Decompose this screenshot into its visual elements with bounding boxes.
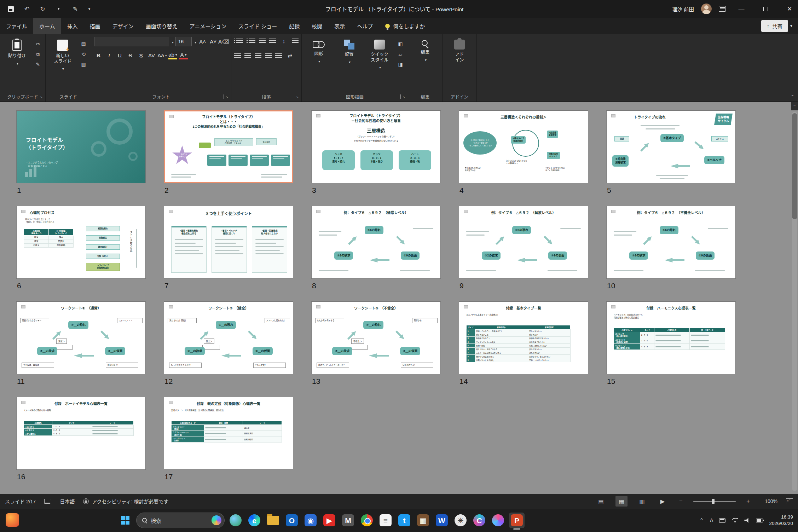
share-chevron-icon[interactable]: ▾ <box>790 23 792 28</box>
font-color-icon[interactable]: A <box>179 51 188 59</box>
editing-button[interactable]: 編集 <box>411 37 439 92</box>
new-slide-button[interactable]: 新しいスライド <box>48 37 77 92</box>
volume-icon[interactable] <box>744 518 750 523</box>
copy-icon[interactable]: ⧉ <box>33 50 42 58</box>
save-icon[interactable] <box>8 6 14 12</box>
format-painter-icon[interactable]: ✎ <box>33 60 42 69</box>
taskbar-outlook-icon[interactable]: O <box>284 513 300 528</box>
tab-10[interactable]: 表示 <box>328 18 351 34</box>
clipboard-dialog-launcher-icon[interactable]: ↘ <box>38 94 42 99</box>
font-size-chevron-icon[interactable] <box>193 39 196 45</box>
taskbar-media-player-icon[interactable]: ▶ <box>322 513 337 528</box>
slide-thumbnail-1[interactable]: フロイトモデル（トライタイプ）＝エニアグラムカウンセリング三宅 桜子＠ねこまる <box>16 110 146 183</box>
redo-icon[interactable]: ↻ <box>40 5 45 13</box>
slide-thumbnail-13[interactable]: ワークシート③ （不健全）なんかモヤモヤする...①＿の恐れ限界かも...不健全… <box>311 301 441 374</box>
slide-thumbnail-5[interactable]: トライタイプの流れ生存戦略サイクル①基本タイプ②ペルソナ③超自我深層欲求回避スト… <box>606 110 736 183</box>
share-button[interactable]: ↑ 共有 <box>761 20 788 32</box>
tell-me-search[interactable]: 何をしますか <box>379 18 431 34</box>
tab-7[interactable]: スライド ショー <box>232 18 283 34</box>
minimize-button[interactable]: — <box>733 0 750 18</box>
shapes-button[interactable]: 図形 <box>305 37 333 92</box>
user-avatar[interactable] <box>701 4 712 14</box>
shape-fill-icon[interactable]: ◧ <box>396 40 405 48</box>
slide-thumbnail-10[interactable]: 例：タイプ６ △６９２ （不健全レベル）①6の恐れ②9の仮面③2の欲求 <box>606 206 736 279</box>
addins-button[interactable]: アドイン <box>445 37 474 92</box>
bullets-icon[interactable] <box>236 39 243 44</box>
taskbar-explorer-icon[interactable] <box>265 513 281 528</box>
zoom-out-icon[interactable]: − <box>677 498 685 505</box>
presenter-notes-icon[interactable] <box>44 499 51 504</box>
language-indicator[interactable]: 日本語 <box>60 498 75 505</box>
slide-thumbnail-3[interactable]: フロイトモデル（トライタイプ）＝社会的な性格の使い方と順番三層構造（ガッツ・ハー… <box>311 110 441 183</box>
line-spacing-icon[interactable]: ↕ <box>279 37 288 45</box>
paste-button[interactable]: 貼り付け <box>3 37 31 92</box>
taskbar-chrome-icon[interactable] <box>359 513 375 528</box>
zoom-slider[interactable] <box>693 501 736 502</box>
hidden-icons-chevron-icon[interactable]: ⌃ <box>700 517 704 523</box>
vertical-scrollbar-thumb[interactable] <box>792 113 797 219</box>
scrollbar-up-icon[interactable]: ⌃ <box>791 102 798 110</box>
columns-icon[interactable] <box>275 53 282 58</box>
wifi-icon[interactable] <box>732 518 738 523</box>
bold-icon[interactable]: B <box>94 51 103 59</box>
character-spacing-icon[interactable]: AV <box>147 51 156 59</box>
text-direction-icon[interactable] <box>292 39 299 44</box>
increase-font-icon[interactable]: A˄ <box>198 37 207 46</box>
quick-access-chevron-icon[interactable]: ▾ <box>88 7 91 11</box>
maximize-button[interactable] <box>757 0 774 18</box>
tab-4[interactable]: デザイン <box>106 18 140 34</box>
paragraph-dialog-launcher-icon[interactable]: ↘ <box>294 94 299 99</box>
shape-effects-icon[interactable]: ◨ <box>396 60 405 69</box>
font-name-combo[interactable] <box>94 37 169 46</box>
slide-thumbnail-16[interactable]: 付録 ホーナイモデル心理表一覧ストレス時の心理的な対人戦略心理戦略タイプテーマ人… <box>16 397 146 470</box>
tab-5[interactable]: 画面切り替え <box>140 18 184 34</box>
tab-2[interactable]: 挿入 <box>61 18 84 34</box>
slide-thumbnail-12[interactable]: ワークシート② （健全）満たされた！回復！①＿の恐れストレスに襲われた！健全＞③… <box>164 301 293 374</box>
shape-outline-icon[interactable]: ▱ <box>396 50 405 58</box>
taskbar-word-icon[interactable]: W <box>434 513 450 528</box>
tab-9[interactable]: 校閲 <box>306 18 328 34</box>
font-dialog-launcher-icon[interactable]: ↘ <box>224 94 228 99</box>
increase-indent-icon[interactable] <box>269 39 276 44</box>
font-size-combo[interactable]: 16 <box>175 37 192 46</box>
decrease-indent-icon[interactable] <box>259 39 266 44</box>
slide-section-icon[interactable]: ▥ <box>79 60 88 69</box>
strikethrough-icon[interactable]: S <box>126 51 135 59</box>
taskbar-canva-icon[interactable]: C <box>472 513 487 528</box>
zoom-level[interactable]: 100% <box>761 498 777 504</box>
taskbar-minecraft-icon[interactable]: ▦ <box>415 513 431 528</box>
slide-thumbnail-11[interactable]: ワークシート① （通常）回避できたらラッキー①＿の恐れストレス・・・通常＞③＿の… <box>16 301 146 374</box>
slide-thumbnail-2[interactable]: フロイトモデル（トライタイプ）とは・・・1つの根源的恐れを守るための「社会的戦略… <box>164 110 293 183</box>
ribbon-display-options-icon[interactable] <box>719 6 726 12</box>
start-button[interactable] <box>117 513 133 528</box>
taskbar-voice-recorder-icon[interactable]: M <box>340 513 356 528</box>
text-shadow-icon[interactable]: S <box>137 51 145 59</box>
reset-slide-icon[interactable]: ⟲ <box>79 50 88 58</box>
taskbar-search[interactable]: 検索 <box>136 513 225 528</box>
align-right-icon[interactable] <box>255 53 261 58</box>
tab-11[interactable]: ヘルプ <box>351 18 379 34</box>
change-case-icon[interactable]: Aa <box>158 51 167 59</box>
taskbar-weather-globe-icon[interactable] <box>228 513 243 528</box>
zoom-slider-thumb[interactable] <box>712 499 715 504</box>
close-button[interactable]: ✕ <box>781 0 798 18</box>
decrease-font-icon[interactable]: A˅ <box>209 37 218 46</box>
taskbar-photos-icon[interactable]: ◉ <box>303 513 318 528</box>
slide-thumbnail-17[interactable]: 付録 親の定位（対象関係）心理表一覧愛着パターン・対人関係構築、幼少期の心理構造… <box>164 397 293 470</box>
tab-file[interactable]: ファイル <box>0 18 33 34</box>
clear-formatting-icon[interactable]: A⌫ <box>219 37 228 46</box>
taskbar-edge-icon[interactable]: e <box>247 513 262 528</box>
slide-thumbnail-9[interactable]: 例：タイプ６ △６９２ （解放レベル）①6の恐れ②9の仮面③2の欲求 <box>459 206 588 279</box>
taskbar-chatgpt-icon[interactable]: ✳ <box>453 513 468 528</box>
font-name-chevron-icon[interactable] <box>171 39 174 45</box>
slide-thumbnail-14[interactable]: 付録 基本タイプ一覧エニアグラム基本タイプ（古典体系）タイプ根源的恐れ根源的欲求… <box>459 301 588 374</box>
collapse-ribbon-icon[interactable]: ⌃ <box>791 94 794 99</box>
start-slideshow-icon[interactable] <box>56 7 62 11</box>
slide-thumbnail-8[interactable]: 例：タイプ６ △６９２ （通常レベル）①6の恐れ②9の仮面③2の欲求 <box>311 206 441 279</box>
tab-1[interactable]: ホーム <box>33 18 61 34</box>
align-left-icon[interactable] <box>234 53 241 58</box>
zoom-in-icon[interactable]: + <box>744 498 752 505</box>
undo-icon[interactable]: ↶ <box>24 5 29 13</box>
tab-8[interactable]: 記録 <box>283 18 306 34</box>
reading-view-icon[interactable]: ▥ <box>636 496 648 507</box>
